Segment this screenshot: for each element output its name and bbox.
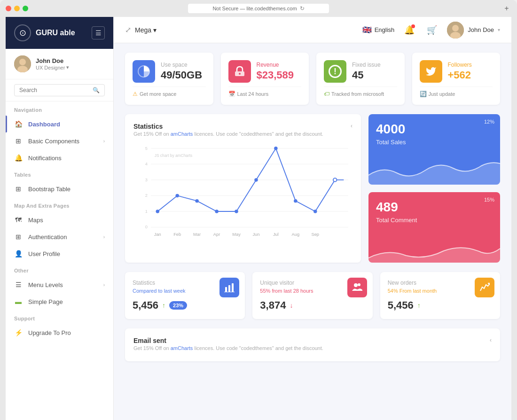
svg-point-22 [156,210,159,213]
use-space-icon [133,60,155,83]
sidebar-item-basic-components[interactable]: ⊞ Basic Components › [6,132,113,149]
search-input[interactable] [19,87,90,93]
svg-point-29 [294,199,297,202]
bottom-stat-new-orders: New orders 54% From last month 5,456 ↑ [380,272,500,319]
trend-up-icon: ↑ [162,302,165,309]
section-title-navigation: Navigation [6,101,113,116]
simple-page-icon: ▬ [14,297,23,306]
chevron-right-icon: › [103,139,105,144]
svg-text:Jan: Jan [154,232,161,237]
chevron-right-icon: › [103,234,105,240]
email-card-title: Email sent [133,337,323,344]
bottom-stats-row: Statistics Compared to last week 5,456 ↑… [125,272,500,319]
notification-badge [411,24,415,28]
sidebar-menu-toggle[interactable]: ☰ [92,26,105,39]
svg-text:JS chart by amCharts: JS chart by amCharts [155,153,193,158]
svg-text:Aug: Aug [292,232,300,237]
messages-button[interactable]: 🛒 [424,23,439,38]
search-icon: 🔍 [93,87,100,93]
stat-card-followers: Followers +562 🔄 Just update [412,53,501,105]
svg-text:Jun: Jun [252,232,259,237]
sidebar-item-menu-levels[interactable]: ☰ Menu Levels › [6,276,113,293]
chart-subtitle: Get 15% Off on amCharts licences. Use co… [133,131,323,137]
stat-card-revenue: Revenue $23,589 📅 Last 24 hours [221,53,309,105]
sidebar-search-section: 🔍 [6,79,113,101]
stat-cards-row: Use space 49/50GB ⚠ Get more space [125,53,500,105]
table-icon: ⊞ [14,185,23,193]
svg-point-31 [333,178,337,181]
minimize-dot[interactable] [14,6,20,11]
fixed-issue-footer: 🏷 Tracked from microsoft [324,86,397,97]
followers-label: Followers [448,62,472,68]
logo-icon: ⊙ [14,24,31,41]
svg-text:Apr: Apr [213,232,220,237]
svg-text:1: 1 [145,209,148,214]
use-space-info: Use space 49/50GB [161,62,202,81]
sidebar-item-authentication[interactable]: ⊞ Authentication › [6,228,113,245]
fixed-issue-info: Fixed issue 45 [352,62,381,81]
right-metric-panels: 12% 4000 Total Sales 15% 489 [368,114,500,263]
sidebar: ⊙ GURU able ☰ John Doe UX Designer [6,17,114,420]
sidebar-item-bootstrap-table[interactable]: ⊞ Bootstrap Table [6,180,113,197]
close-dot[interactable] [6,6,11,11]
sidebar-user[interactable]: John Doe UX Designer ▾ [6,49,113,79]
notifications-bell-button[interactable]: 🔔 [402,23,417,38]
followers-info: Followers +562 [448,62,472,81]
user-name: John Doe [36,57,69,64]
email-card-collapse-icon[interactable]: ‹ [490,337,492,343]
svg-text:5: 5 [145,146,148,151]
upgrade-icon: ⚡ [14,328,23,337]
section-title-support: Support [6,310,113,324]
followers-footer: 🔄 Just update [420,86,493,97]
maximize-dot[interactable] [23,6,28,11]
chart-header: Statistics Get 15% Off on amCharts licen… [133,123,352,137]
comment-value: 489 [376,200,493,215]
fixed-issue-icon: ! [324,60,346,83]
sidebar-item-notifications[interactable]: 🔔 Notifications [6,149,113,166]
chart-title: Statistics [133,123,323,130]
address-bar[interactable]: Not Secure — lite.codedthemes.com ↻ [188,4,329,13]
browser-window: Not Secure — lite.codedthemes.com ↻ + ⊙ … [0,0,517,420]
revenue-info: Revenue $23,589 [257,62,294,81]
sidebar-item-upgrade[interactable]: ⚡ Upgrade To Pro [6,324,113,341]
stat-card-use-space: Use space 49/50GB ⚠ Get more space [125,53,213,105]
new-orders-icon [475,278,494,297]
mega-menu[interactable]: Mega ▾ [135,26,157,34]
topbar-user-menu[interactable]: John Doe ▾ [447,22,500,39]
warning-icon: ⚠ [133,91,138,97]
sidebar-item-label: Maps [28,217,43,224]
language-selector[interactable]: 🇬🇧 English [362,25,395,34]
topbar-username: John Doe [468,26,494,33]
unique-visitor-icon [347,278,367,297]
svg-text:Sep: Sep [311,232,319,237]
svg-rect-44 [224,292,235,292]
dashboard-icon: 🏠 [14,120,23,128]
sales-percent: 12% [484,119,494,124]
svg-rect-43 [232,283,234,292]
flag-icon: 🇬🇧 [362,25,372,34]
sidebar-item-dashboard[interactable]: 🏠 Dashboard [6,116,113,132]
user-role: UX Designer ▾ [36,64,69,70]
svg-point-28 [274,147,277,150]
chart-header-left: Statistics Get 15% Off on amCharts licen… [133,123,323,137]
sidebar-sections: Navigation 🏠 Dashboard ⊞ Basic Component… [6,101,113,341]
refresh-icon[interactable]: ↻ [300,5,305,12]
page-content: Use space 49/50GB ⚠ Get more space [114,43,511,420]
sidebar-item-label: Upgrade To Pro [28,329,71,336]
amcharts-link[interactable]: amCharts [171,131,193,137]
charts-row: Statistics Get 15% Off on amCharts licen… [125,114,500,263]
sales-value: 4000 [376,122,493,137]
chart-collapse-icon[interactable]: ‹ [351,123,352,129]
sidebar-item-user-profile[interactable]: 👤 User Profile [6,245,113,262]
statistics-chart-svg: 5 4 3 2 1 0 JS chart by amCharts [133,140,352,245]
sidebar-item-label: User Profile [28,250,60,257]
sales-label: Total Sales [376,139,493,146]
email-amcharts-link[interactable]: amCharts [171,345,193,351]
sidebar-item-simple-page[interactable]: ▬ Simple Page [6,293,113,310]
expand-icon[interactable]: ⤢ [125,25,131,34]
topbar-chevron-icon: ▾ [498,27,500,32]
new-tab-button[interactable]: + [502,4,511,13]
svg-text:May: May [232,232,241,237]
address-text: Not Secure — lite.codedthemes.com [212,6,297,11]
sidebar-item-maps[interactable]: 🗺 Maps [6,211,113,228]
